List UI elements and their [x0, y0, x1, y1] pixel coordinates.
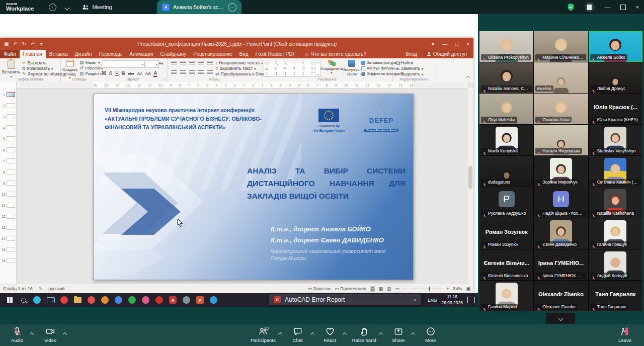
align-left-icon[interactable]: [171, 70, 177, 75]
strikethrough-button[interactable]: S: [122, 70, 125, 76]
shape-icon[interactable]: ▱: [302, 66, 305, 70]
react-menu-chevron-icon[interactable]: [343, 329, 346, 338]
change-case-button[interactable]: Aa: [145, 71, 150, 76]
participant-tile[interactable]: Любов Дранус: [589, 62, 642, 93]
ppt-tab-вставка[interactable]: Вставка: [46, 50, 71, 58]
clear-strike-button[interactable]: abc: [128, 71, 134, 76]
ppt-tab-вид[interactable]: Вид: [235, 50, 252, 58]
find-button[interactable]: Найти: [395, 60, 413, 65]
zoom-in-icon[interactable]: +: [446, 286, 449, 291]
close-icon[interactable]: ×: [636, 4, 639, 10]
italic-button[interactable]: К: [109, 70, 112, 76]
ppt-tab-анимация[interactable]: Анимация: [126, 50, 156, 58]
shape-icon[interactable]: ○: [302, 61, 304, 65]
ribbon-options-icon[interactable]: ▾: [432, 41, 434, 47]
security-shield-icon[interactable]: [567, 3, 575, 11]
language-indicator[interactable]: русский: [48, 286, 64, 291]
participant-tile[interactable]: Юлія Красюк (...Юлія Красюк (КНЕУ): [589, 94, 642, 124]
maximize-icon[interactable]: [620, 5, 626, 10]
fit-slide-icon[interactable]: ▣: [466, 287, 470, 291]
participant-tile[interactable]: Ірина ГУМЕНЮ...Ірина ГУМЕНЮК НРЗ...: [534, 249, 588, 280]
slide-thumbnail-7[interactable]: 7: [0, 155, 16, 166]
participant-tile[interactable]: Nataliia Kashchena: [589, 187, 642, 218]
participants-menu-chevron-icon[interactable]: [279, 329, 282, 338]
font-name-select[interactable]: ▾: [102, 60, 145, 68]
clock[interactable]: 11:16 26.03.2026: [441, 294, 463, 305]
undo-icon[interactable]: ↶: [13, 41, 17, 47]
collapse-ribbon-icon[interactable]: [466, 75, 469, 80]
underline-button[interactable]: Ч: [115, 70, 119, 76]
ppt-close-icon[interactable]: ×: [466, 41, 469, 47]
slide-thumbnail-12[interactable]: 12: [0, 211, 16, 222]
participant-tile[interactable]: Євгенія Вільчи...Євгенія Вільчинська: [479, 249, 533, 280]
raise-hand-button[interactable]: Raise hand: [352, 326, 376, 343]
shape-icon[interactable]: ⇩: [292, 66, 295, 70]
shape-icon[interactable]: ▭: [311, 66, 314, 70]
participant-tile[interactable]: Наталя Жидовська: [534, 125, 588, 155]
align-text-button[interactable]: ≡Выровнять текст▾: [215, 66, 256, 71]
taskbar-edge-icon[interactable]: [30, 293, 44, 307]
participant-tile[interactable]: Марина Сільченко (...: [534, 31, 588, 62]
arrange-button[interactable]: Упорядочить▾: [320, 60, 343, 75]
vertical-scrollbar[interactable]: [467, 88, 473, 284]
participant-tile[interactable]: Marta Kunytska: [479, 125, 533, 155]
shape-icon[interactable]: ▭: [311, 61, 314, 65]
info-icon[interactable]: i: [49, 4, 56, 11]
align-center-icon[interactable]: [180, 70, 186, 75]
slide-thumbnail-11[interactable]: 11: [0, 200, 16, 211]
zoom-out-icon[interactable]: −: [404, 286, 406, 291]
taskbar-opera-icon[interactable]: [57, 293, 71, 307]
ppt-tab-файл[interactable]: Файл: [0, 50, 20, 58]
ppt-tab-слайд-шоу[interactable]: Слайд-шоу: [156, 50, 190, 58]
sign-in-button[interactable]: Вход: [406, 51, 417, 57]
bold-button[interactable]: Ж: [102, 70, 106, 76]
participant-tile[interactable]: Осіпова Алла: [534, 94, 588, 124]
paste-button[interactable]: Вставить▾: [2, 60, 20, 78]
proofing-icon[interactable]: ✎: [39, 286, 43, 291]
slide-thumbnail-10[interactable]: 10: [0, 189, 16, 200]
shape-icon[interactable]: △: [265, 66, 268, 70]
react-button[interactable]: React: [320, 326, 340, 343]
slideshow-view-icon[interactable]: ▭: [395, 287, 399, 291]
participant-tile[interactable]: Андрій Колодій: [589, 249, 642, 280]
format-painter-button[interactable]: ✎Формат по образцу: [22, 71, 66, 76]
slide-thumbnail-6[interactable]: 6: [0, 144, 16, 155]
shape-icon[interactable]: ╲: [284, 61, 287, 65]
decrease-indent-icon[interactable]: [189, 61, 195, 65]
chat-menu-chevron-icon[interactable]: [311, 329, 314, 338]
participant-tile[interactable]: ewelina: [534, 62, 588, 93]
taskbar-mail-icon[interactable]: [44, 293, 57, 307]
slide-sorter-icon[interactable]: ▦: [378, 287, 383, 291]
participant-tile[interactable]: Nataliia Ivanova, Cher...: [479, 62, 533, 93]
participant-tile[interactable]: dudagaluna: [479, 156, 533, 187]
notes-button[interactable]: ▭ Заметки: [307, 286, 330, 291]
raise-hand-menu-chevron-icon[interactable]: [379, 329, 382, 338]
taskbar-acrobat-icon[interactable]: [152, 293, 166, 307]
font-color-button[interactable]: А: [153, 70, 157, 77]
shape-icon[interactable]: ╲: [275, 61, 278, 65]
slide-thumbnail-9[interactable]: 9: [0, 178, 16, 189]
character-spacing-button[interactable]: AV: [137, 71, 142, 76]
font-dialog-launcher-icon[interactable]: ↘: [164, 77, 166, 81]
select-button[interactable]: ▷Выделить▾: [395, 71, 423, 76]
video-menu-chevron-icon[interactable]: [63, 329, 66, 338]
font-size-select[interactable]: ▾: [145, 60, 159, 68]
reading-view-icon[interactable]: ▥: [387, 287, 391, 291]
shape-icon[interactable]: {: [294, 71, 295, 75]
share-button[interactable]: Share: [388, 326, 409, 343]
slide-thumbnail-13[interactable]: 13: [0, 222, 16, 233]
tab-options-icon[interactable]: ⋯: [228, 3, 236, 12]
ppt-maximize-icon[interactable]: □: [455, 41, 458, 47]
shape-icon[interactable]: ◇: [274, 66, 277, 70]
text-direction-button[interactable]: ↕Направление текста▾: [215, 60, 263, 65]
gallery-scroll-down-button[interactable]: [546, 313, 575, 324]
slide-thumbnail-14[interactable]: 14: [0, 233, 16, 244]
taskbar-autocad-icon[interactable]: A: [166, 293, 180, 307]
grow-font-icon[interactable]: A▴: [158, 61, 163, 65]
participant-tile[interactable]: Stanislav Vasylishyn: [589, 125, 642, 155]
participant-tile[interactable]: Olexandr ZbankoOlexandr Zbanko: [534, 281, 588, 311]
slide-thumbnail-4[interactable]: 4: [0, 122, 16, 133]
zoom-level[interactable]: 84%: [453, 286, 462, 291]
shape-icon[interactable]: }: [302, 71, 304, 75]
shape-icon[interactable]: ◠: [311, 71, 314, 75]
